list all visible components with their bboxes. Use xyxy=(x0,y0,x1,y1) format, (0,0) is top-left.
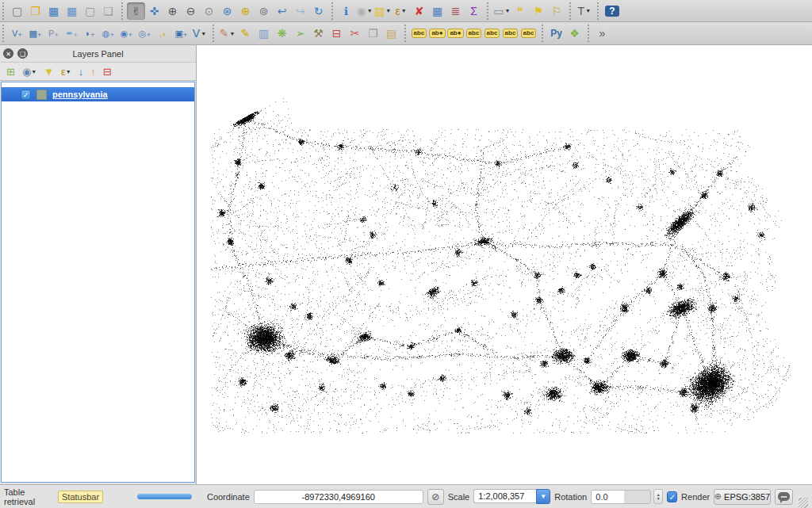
change-label-icon[interactable]: abc xyxy=(519,25,538,42)
statistical-summary-icon[interactable]: Σ xyxy=(465,2,483,20)
delete-selected-icon[interactable]: ⊟ xyxy=(327,25,346,42)
add-spatialite-layer-icon[interactable]: ✒₊ xyxy=(63,25,81,42)
messages-button[interactable]: ••• xyxy=(775,489,793,505)
rotation-value[interactable]: 0.0 xyxy=(591,490,651,504)
close-panel-icon[interactable]: ✕ xyxy=(3,48,13,59)
layer-name[interactable]: pennsylvania xyxy=(52,90,108,99)
save-layer-edits-icon[interactable]: ▥ xyxy=(255,25,273,42)
layer-row[interactable]: ✓pennsylvania xyxy=(2,87,194,101)
cut-features-icon[interactable]: ✂ xyxy=(346,25,364,42)
zoom-to-selection-icon[interactable]: ⊕ xyxy=(236,2,255,20)
composer-manager-icon[interactable]: ❏ xyxy=(99,2,117,20)
scale-dropdown-icon[interactable]: ▼ xyxy=(536,489,550,504)
zoom-full-icon[interactable]: ⊛ xyxy=(218,2,236,20)
add-delimited-text-icon[interactable]: ,₊ xyxy=(154,25,172,42)
label-pin-icon[interactable]: ab● xyxy=(428,25,446,42)
toggle-editing-icon[interactable]: ✎ xyxy=(236,25,255,42)
add-vector-layer-icon[interactable]: V₊ xyxy=(8,25,26,42)
expand-all-icon[interactable]: ↓ xyxy=(79,67,84,77)
crs-button[interactable]: ⊕ EPSG:3857 xyxy=(714,489,771,505)
dropdown-arrow-icon[interactable]: ▼ xyxy=(201,31,206,36)
show-bookmarks-icon[interactable]: ⚐ xyxy=(547,2,565,20)
map-canvas-area[interactable] xyxy=(197,45,812,484)
zoom-last-icon[interactable]: ↩ xyxy=(273,2,291,20)
select-by-expression-icon[interactable]: ε▼ xyxy=(392,2,410,20)
dropdown-arrow-icon[interactable]: ▼ xyxy=(585,8,591,13)
node-tool-icon[interactable]: ⚒ xyxy=(309,25,327,42)
label-visibility-icon[interactable]: abc xyxy=(465,25,483,42)
attribute-table-icon[interactable]: ▦ xyxy=(428,2,446,20)
add-feature-icon[interactable]: ❋ xyxy=(273,25,291,42)
add-wms-layer-icon[interactable]: ◍₊ xyxy=(99,25,117,42)
resize-grip[interactable] xyxy=(799,498,808,508)
rotation-spinbox[interactable]: 0.0 ▲ ▼ xyxy=(591,489,663,504)
move-feature-icon[interactable]: ➢ xyxy=(291,25,309,42)
add-postgis-layer-icon[interactable]: P₊ xyxy=(44,25,63,42)
add-wfs-layer-icon[interactable]: ◎₊ xyxy=(136,25,154,42)
layer-labeling-icon[interactable]: abc xyxy=(410,25,428,42)
open-project-icon[interactable]: ❒ xyxy=(26,2,44,20)
move-label-icon[interactable]: abc xyxy=(483,25,501,42)
paste-features-icon[interactable]: ▤ xyxy=(382,25,400,42)
lock-scale-button[interactable]: ⊘ xyxy=(427,489,444,505)
new-layer-icon[interactable]: V▼ xyxy=(190,25,209,42)
text-annotation-icon[interactable]: T▼ xyxy=(575,2,593,20)
zoom-to-layer-icon[interactable]: ⊚ xyxy=(255,2,273,20)
select-features-icon[interactable]: ▧▼ xyxy=(373,2,392,20)
scale-combo[interactable]: 1:2,008,357 ▼ xyxy=(473,489,550,504)
layer-checkbox[interactable]: ✓ xyxy=(21,90,31,100)
python-console-icon[interactable]: Py xyxy=(547,25,565,42)
field-calculator-icon[interactable]: ≣ xyxy=(446,2,465,20)
dropdown-arrow-icon[interactable]: ▼ xyxy=(504,8,510,13)
zoom-out-icon[interactable]: ⊖ xyxy=(182,2,200,20)
coordinate-input[interactable]: -8972330,4969160 xyxy=(254,490,423,504)
toolbar-group: ? xyxy=(597,2,623,20)
collapse-all-icon[interactable]: ↑ xyxy=(90,67,96,77)
stepper-down-icon[interactable]: ▼ xyxy=(657,497,661,501)
filter-expression-icon[interactable]: ε▼ xyxy=(61,67,71,77)
zoom-native-icon[interactable]: ⊙ xyxy=(200,2,218,20)
zoom-next-icon[interactable]: ↪ xyxy=(291,2,309,20)
filter-legend-icon[interactable]: ▼ xyxy=(44,67,54,77)
scale-value[interactable]: 1:2,008,357 xyxy=(473,489,536,503)
label-unpin-icon[interactable]: ab● xyxy=(446,25,465,42)
toolbar-overflow-icon[interactable]: » xyxy=(593,25,611,42)
measure-icon[interactable]: ▭▼ xyxy=(492,2,511,20)
pan-map-icon[interactable]: ✌ xyxy=(127,2,145,20)
dropdown-arrow-icon[interactable]: ▼ xyxy=(229,31,235,36)
add-wcs-layer-icon[interactable]: ◉₊ xyxy=(117,25,136,42)
render-checkbox[interactable]: ✓ xyxy=(667,491,677,502)
refresh-icon[interactable]: ↻ xyxy=(309,2,327,20)
add-group-icon[interactable]: ⊞ xyxy=(6,67,15,77)
map-tips-icon[interactable]: ❝ xyxy=(511,2,529,20)
toolbar-group: ✎▼✎▥❋➢⚒⊟✂❐▤ xyxy=(213,25,403,42)
new-print-composer-icon[interactable]: ▢ xyxy=(81,2,99,20)
float-panel-icon[interactable]: ❏ xyxy=(17,48,28,59)
add-raster-layer-icon[interactable]: ▩₊ xyxy=(26,25,44,42)
identify-features-icon[interactable]: ℹ xyxy=(337,2,355,20)
zoom-in-icon[interactable]: ⊕ xyxy=(163,2,182,20)
new-project-icon[interactable]: ▢ xyxy=(8,2,26,20)
deselect-all-icon[interactable]: ✘ xyxy=(410,2,428,20)
new-bookmark-icon[interactable]: ⚑ xyxy=(529,2,547,20)
dropdown-arrow-icon[interactable]: ▼ xyxy=(401,8,407,13)
save-project-as-icon[interactable]: ▦ xyxy=(63,2,81,20)
dropdown-arrow-icon[interactable]: ▼ xyxy=(385,8,391,13)
new-shapefile-layer-icon[interactable]: ▣₊ xyxy=(172,25,190,42)
layers-panel-header: ✕ ❏ Layers Panel xyxy=(0,45,196,62)
pan-to-selection-icon[interactable]: ✜ xyxy=(145,2,163,20)
help-icon[interactable]: ? xyxy=(603,2,621,20)
copy-features-icon[interactable]: ❐ xyxy=(364,25,382,42)
current-edits-icon[interactable]: ✎▼ xyxy=(218,25,236,42)
map-canvas[interactable] xyxy=(197,45,812,484)
manage-visibility-icon[interactable]: ◉▼ xyxy=(22,67,36,77)
save-project-icon[interactable]: ▦ xyxy=(44,2,63,20)
processing-toolbox-icon[interactable]: ❖ xyxy=(565,25,584,42)
remove-layer-icon[interactable]: ⊟ xyxy=(103,67,112,77)
rotation-stepper[interactable]: ▲ ▼ xyxy=(653,489,663,504)
add-mssql-layer-icon[interactable]: ◗₊ xyxy=(81,25,99,42)
rotate-label-icon[interactable]: abc xyxy=(501,25,519,42)
layer-tree[interactable]: ✓pennsylvania xyxy=(1,82,195,483)
dropdown-arrow-icon[interactable]: ▼ xyxy=(367,8,373,13)
run-feature-action-icon[interactable]: ◉▼ xyxy=(355,2,373,20)
